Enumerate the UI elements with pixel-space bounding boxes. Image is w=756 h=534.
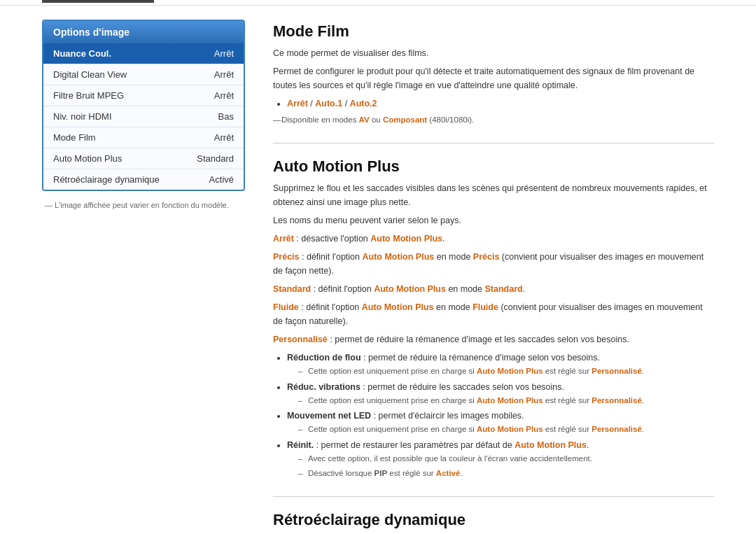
auto-motion-sub-2: Cette option est uniquement prise en cha… [287,394,714,407]
sidebar-title: Options d'image [43,21,244,43]
auto-motion-note1: Les noms du menu peuvent varier selon le… [273,213,714,227]
section-retro: Rétroéclairage dynamique Réglez automati… [273,511,714,534]
sidebar-item-label-4: Mode Film [53,132,96,143]
auto-motion-sub-1: Cette option est uniquement prise en cha… [287,365,714,377]
sidebar-item-label-0: Nuance Coul. [53,48,111,59]
top-bar [0,0,756,6]
mode-film-body: Ce mode permet de visualiser des films. … [273,46,714,126]
sidebar-item-5[interactable]: Auto Motion PlusStandard [43,148,244,169]
auto-motion-title: Auto Motion Plus [273,157,714,176]
mode-film-composant: Composant [383,115,427,124]
mode-film-bullets: Arrêt / Auto.1 / Auto.2 [273,97,714,111]
auto-motion-bullet-reduction: Réduction de flou : permet de réduire la… [287,351,714,377]
top-bar-accent [42,0,154,3]
sidebar: Options d'image Nuance Coul.ArrêtDigital… [42,20,245,209]
sidebar-box: Options d'image Nuance Coul.ArrêtDigital… [42,20,245,191]
retro-title: Rétroéclairage dynamique [273,511,714,529]
sidebar-items: Nuance Coul.ArrêtDigital Clean ViewArrêt… [43,43,244,190]
section-auto-motion-plus: Auto Motion Plus Supprimez le flou et le… [273,157,714,479]
mode-film-description: Ce mode permet de visualiser des films. [273,46,714,60]
auto-motion-sub-4a: Avec cette option, il est possible que l… [287,452,714,465]
sidebar-item-value-3: Bas [218,111,234,122]
divider-2 [273,496,714,497]
auto-motion-standard: Standard : définit l'option Auto Motion … [273,282,714,296]
divider-1 [273,143,714,143]
auto-motion-fluide: Fluide : définit l'option Auto Motion Pl… [273,300,714,328]
mode-film-title: Mode Film [273,22,714,41]
auto-motion-arret: Arrêt : désactive l'option Auto Motion P… [273,232,714,246]
mode-film-detail: Permet de configurer le produit pour qu'… [273,64,714,92]
mode-film-arret: Arrêt [287,99,308,108]
sidebar-item-label-3: Niv. noir HDMI [53,111,112,122]
auto-motion-description: Supprimez le flou et les saccades visibl… [273,181,714,209]
sidebar-item-label-1: Digital Clean View [53,69,127,80]
mode-film-auto2: Auto.2 [350,99,377,108]
mode-film-note: Disponible en modes AV ou Composant (480… [273,113,714,126]
content-area: Mode Film Ce mode permet de visualiser d… [273,20,714,534]
section-mode-film: Mode Film Ce mode permet de visualiser d… [273,22,714,126]
sidebar-item-value-6: Activé [209,174,234,185]
sidebar-item-4[interactable]: Mode FilmArrêt [43,127,244,148]
sidebar-item-value-4: Arrêt [214,132,234,143]
main-container: Options d'image Nuance Coul.ArrêtDigital… [0,6,756,534]
auto-motion-body: Supprimez le flou et les saccades visibl… [273,181,714,479]
auto-motion-bullet-reinit: Réinit. : permet de restaurer les paramè… [287,438,714,480]
sidebar-item-label-2: Filtre Bruit MPEG [53,90,124,101]
auto-motion-sub-3: Cette option est uniquement prise en cha… [287,423,714,435]
sidebar-item-value-1: Arrêt [214,69,234,80]
sidebar-item-value-5: Standard [197,153,234,164]
auto-motion-sub-4b: Désactivé lorsque PIP est réglé sur Acti… [287,467,714,479]
sidebar-item-label-5: Auto Motion Plus [53,153,122,164]
sidebar-item-6[interactable]: Rétroéclairage dynamiqueActivé [43,169,244,190]
sidebar-item-2[interactable]: Filtre Bruit MPEGArrêt [43,85,244,106]
mode-film-bullet-1: Arrêt / Auto.1 / Auto.2 [287,97,714,111]
sidebar-item-0[interactable]: Nuance Coul.Arrêt [43,43,244,64]
sidebar-item-value-2: Arrêt [214,90,234,101]
auto-motion-bullet-led: Mouvement net LED : permet d'éclaircir l… [287,409,714,435]
auto-motion-precis: Précis : définit l'option Auto Motion Pl… [273,250,714,278]
sidebar-item-1[interactable]: Digital Clean ViewArrêt [43,64,244,85]
mode-film-av: AV [359,115,370,124]
sidebar-item-value-0: Arrêt [214,48,234,59]
auto-motion-bullets: Réduction de flou : permet de réduire la… [273,351,714,479]
sidebar-item-3[interactable]: Niv. noir HDMIBas [43,106,244,127]
auto-motion-personnalise: Personnalisé : permet de réduire la réma… [273,332,714,346]
sidebar-note: — L'image affichée peut varier en foncti… [42,201,245,209]
mode-film-auto1: Auto.1 [315,99,342,108]
sidebar-item-label-6: Rétroéclairage dynamique [53,174,160,185]
auto-motion-bullet-vibrations: Réduc. vibrations : permet de réduire le… [287,380,714,407]
